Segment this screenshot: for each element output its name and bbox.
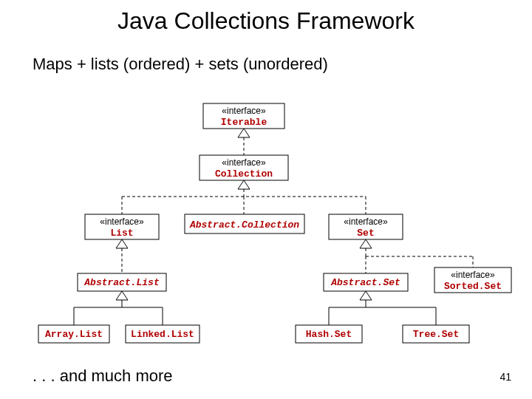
node-label: Set <box>357 228 374 239</box>
node-sorted-set: «interface» Sorted.Set <box>434 267 511 293</box>
node-abstract-set: Abstract.Set <box>324 273 408 291</box>
node-label: Hash.Set <box>306 329 352 340</box>
node-label: Sorted.Set <box>444 281 502 292</box>
generalization-arrow-icon <box>238 129 250 137</box>
node-label: Abstract.List <box>83 277 159 288</box>
node-array-list: Array.List <box>38 325 109 343</box>
node-abstract-collection: Abstract.Collection <box>185 214 304 233</box>
generalization-arrow-icon <box>360 291 372 300</box>
stereotype-label: «interface» <box>100 216 144 227</box>
generalization-arrow-icon <box>116 239 128 248</box>
generalization-arrow-icon <box>360 239 372 248</box>
uml-diagram: «interface» Iterable «interface» Collect… <box>0 0 532 399</box>
stereotype-label: «interface» <box>344 216 388 227</box>
node-label: Iterable <box>221 117 267 128</box>
stereotype-label: «interface» <box>222 157 266 168</box>
generalization-arrow-icon <box>238 180 250 189</box>
node-linked-list: Linked.List <box>126 325 200 343</box>
node-abstract-list: Abstract.List <box>78 273 166 291</box>
node-label: Tree.Set <box>413 329 459 340</box>
node-label: Linked.List <box>131 329 194 340</box>
node-collection: «interface» Collection <box>200 155 288 180</box>
node-set: «interface» Set <box>329 214 403 239</box>
node-iterable: «interface» Iterable <box>203 103 284 129</box>
node-label: Abstract.Set <box>330 277 400 288</box>
node-hash-set: Hash.Set <box>296 325 362 343</box>
generalization-arrow-icon <box>116 291 128 300</box>
node-label: Array.List <box>45 329 103 340</box>
stereotype-label: «interface» <box>222 106 266 116</box>
node-tree-set: Tree.Set <box>403 325 469 343</box>
node-list: «interface» List <box>85 214 159 239</box>
stereotype-label: «interface» <box>451 270 495 280</box>
node-label: Collection <box>215 168 273 180</box>
node-label: List <box>110 228 133 239</box>
node-label: Abstract.Collection <box>189 219 299 231</box>
